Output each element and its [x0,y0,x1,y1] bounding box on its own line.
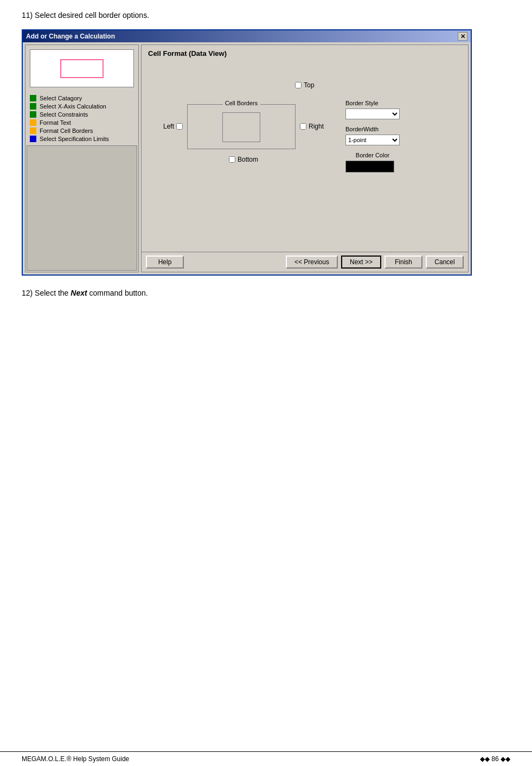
right-controls: Border Style BorderWidth [345,94,400,173]
left-checkbox-label[interactable]: Left [163,123,183,130]
dialog-body: Select Catagory Select X-Axis Calculatio… [23,42,471,275]
nav-label: Select Specification Limits [40,136,109,142]
border-style-dropdown[interactable] [345,108,400,119]
right-checkbox[interactable] [300,123,306,130]
nav-item-format-borders[interactable]: Format Cell Borders [30,127,134,134]
nav-item-select-category[interactable]: Select Catagory [30,95,134,101]
page-footer: MEGAM.O.L.E.® Help System Guide 86 [0,751,532,766]
cell-borders-legend: Cell Borders [223,100,260,106]
nav-label: Select X-Axis Calculation [40,103,106,110]
svg-rect-4 [30,127,36,134]
help-button[interactable]: Help [146,256,184,269]
nav-item-constraints[interactable]: Select Constraints [30,111,134,118]
dialog-window: Add or Change a Calculation ✕ Select Cat… [22,29,472,276]
border-width-dropdown-row: 1-point [345,135,400,145]
previous-button[interactable]: << Previous [286,256,338,269]
panel-title: Cell Format (Data View) [142,45,468,60]
nav-label: Format Cell Borders [40,127,93,134]
left-navigation-panel: Select Catagory Select X-Axis Calculatio… [25,44,139,272]
footer-left: MEGAM.O.L.E.® Help System Guide [22,755,129,763]
left-bottom-area [27,145,137,271]
border-color-label: Border Color [345,152,400,158]
cell-format-area: Top Left [142,60,468,252]
left-checkbox[interactable] [176,123,183,130]
footer-right: 86 [480,755,510,763]
dialog-titlebar: Add or Change a Calculation ✕ [23,30,471,42]
border-width-label: BorderWidth [345,126,400,132]
top-checkbox-row: Top [152,81,457,89]
cell-borders-group: Cell Borders [187,104,296,149]
preview-area [30,49,134,87]
svg-rect-5 [30,136,36,142]
right-content-panel: Cell Format (Data View) Top [141,44,469,272]
middle-section: Left Cell Borders Right [152,94,457,173]
bottom-label: Bottom [238,156,258,163]
nav-label: Select Constraints [40,111,88,118]
dialog-footer: Help << Previous Next >> Finish Cancel [142,252,468,272]
border-color-group: Border Color [345,152,400,173]
nav-item-format-text[interactable]: Format Text [30,119,134,126]
right-label: Right [309,123,324,130]
top-checkbox[interactable] [295,82,302,88]
top-checkbox-label[interactable]: Top [295,81,314,89]
border-preview-box [222,112,260,142]
border-width-dropdown[interactable]: 1-point [345,135,400,145]
preview-box [60,59,104,78]
svg-rect-0 [30,95,36,101]
next-button[interactable]: Next >> [341,256,381,269]
right-checkbox-label[interactable]: Right [300,123,324,130]
step12-text: 12) Select the Next command button. [22,289,510,297]
left-right-row: Left Cell Borders Right [163,104,324,149]
navigation-list: Select Catagory Select X-Axis Calculatio… [25,92,138,145]
nav-dot-icon [30,111,36,118]
nav-item-spec-limits[interactable]: Select Specification Limits [30,136,134,142]
bottom-checkbox[interactable] [229,156,235,163]
top-label: Top [304,81,314,89]
svg-rect-2 [30,111,36,118]
dialog-title: Add or Change a Calculation [26,33,115,40]
nav-dot-icon [30,103,36,110]
nav-dot-icon [30,136,36,142]
step12-bold: Next [70,289,87,297]
border-width-group: BorderWidth 1-point [345,126,400,145]
nav-label: Select Catagory [40,95,82,101]
svg-rect-3 [30,119,36,126]
border-style-dropdown-row [345,108,400,119]
svg-rect-1 [30,103,36,110]
border-style-label: Border Style [345,100,400,106]
bottom-checkbox-label[interactable]: Bottom [229,156,258,163]
cancel-button[interactable]: Cancel [426,256,464,269]
step11-text: 11) Select desired cell border options. [22,11,510,20]
nav-dot-icon [30,127,36,134]
nav-dot-icon [30,119,36,126]
nav-item-x-axis[interactable]: Select X-Axis Calculation [30,103,134,110]
nav-dot-icon [30,95,36,101]
left-label: Left [163,123,174,130]
dialog-close-button[interactable]: ✕ [458,32,467,41]
border-style-group: Border Style [345,100,400,119]
bottom-checkbox-row: Bottom [229,156,258,163]
nav-label: Format Text [40,119,71,126]
finish-button[interactable]: Finish [384,256,422,269]
border-color-swatch[interactable] [345,161,394,173]
